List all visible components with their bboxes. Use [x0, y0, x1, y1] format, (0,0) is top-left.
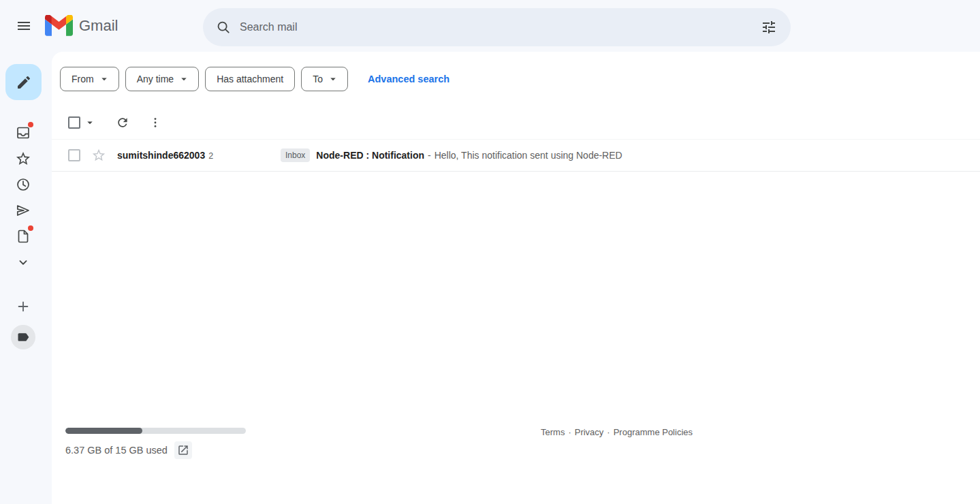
email-star-button[interactable]	[91, 148, 106, 163]
clock-icon	[15, 176, 31, 193]
storage-usage-text: 6.37 GB of 15 GB used	[65, 445, 168, 456]
hamburger-menu-button[interactable]	[7, 10, 40, 42]
search-options-button[interactable]	[754, 12, 784, 42]
search-input[interactable]	[238, 21, 754, 33]
email-checkbox[interactable]	[68, 149, 80, 161]
labels-button[interactable]	[11, 325, 35, 349]
storage-external-link-button[interactable]	[174, 441, 192, 459]
chevron-down-icon	[16, 255, 31, 270]
hamburger-icon	[16, 18, 32, 34]
create-label-button[interactable]	[10, 293, 37, 320]
refresh-icon	[116, 116, 129, 129]
gmail-m-icon	[45, 15, 73, 36]
main-panel: From Any time Has attachment To Advanced…	[52, 52, 980, 504]
sidebar-item-snoozed[interactable]	[10, 171, 37, 198]
drafts-unread-dot	[28, 225, 33, 231]
storage-progress-fill	[65, 428, 142, 434]
footer-separator: ·	[568, 427, 571, 437]
chevron-down-icon	[327, 73, 339, 85]
sidebar-item-starred[interactable]	[10, 145, 37, 172]
gmail-logo[interactable]: Gmail	[45, 15, 118, 36]
search-icon	[216, 20, 231, 35]
sidebar-item-more[interactable]	[10, 249, 37, 276]
chip-label: To	[313, 74, 323, 84]
storage-progress-bar	[65, 428, 246, 434]
search-button[interactable]	[208, 12, 238, 42]
search-filter-chips: From Any time Has attachment To Advanced…	[60, 67, 449, 91]
filter-chip-to[interactable]: To	[301, 67, 348, 91]
email-sender: sumitshinde662003	[117, 150, 205, 161]
arrow-drop-down-icon	[84, 116, 96, 129]
email-sender-block: sumitshinde662003 2	[117, 150, 281, 161]
inbox-unread-dot	[28, 122, 33, 127]
compose-button[interactable]	[5, 64, 42, 100]
email-thread-count: 2	[208, 151, 213, 161]
footer-links: Terms·Privacy·Programme Policies	[541, 427, 693, 437]
chevron-down-icon	[178, 73, 190, 85]
chip-label: Has attachment	[217, 74, 283, 84]
inbox-label-badge: Inbox	[281, 148, 310, 162]
email-row[interactable]: sumitshinde662003 2 Inbox Node-RED : Not…	[52, 139, 980, 172]
privacy-link[interactable]: Privacy	[575, 427, 604, 437]
search-bar	[203, 8, 791, 46]
label-icon	[16, 330, 30, 344]
terms-link[interactable]: Terms	[541, 427, 565, 437]
email-snippet: Hello, This notification sent using Node…	[434, 150, 622, 161]
star-icon	[15, 151, 31, 167]
policies-link[interactable]: Programme Policies	[614, 427, 693, 437]
footer-separator: ·	[607, 427, 610, 437]
advanced-search-link[interactable]: Advanced search	[368, 74, 449, 84]
select-dropdown-button[interactable]	[82, 114, 98, 131]
select-all-checkbox[interactable]	[68, 116, 80, 129]
chip-label: From	[72, 74, 94, 84]
sidebar-item-drafts[interactable]	[10, 223, 37, 250]
filter-chip-has-attachment[interactable]: Has attachment	[205, 67, 295, 91]
storage-line: 6.37 GB of 15 GB used	[65, 441, 246, 459]
chevron-down-icon	[98, 73, 110, 85]
chip-label: Any time	[137, 74, 174, 84]
header: Gmail	[0, 0, 980, 52]
sidebar-item-inbox[interactable]	[10, 119, 37, 146]
email-separator: -	[428, 150, 431, 161]
storage-widget: 6.37 GB of 15 GB used	[65, 428, 246, 459]
more-vert-icon	[148, 116, 162, 129]
email-subject: Node-RED : Notification	[316, 150, 424, 161]
star-icon	[91, 148, 106, 163]
pencil-icon	[16, 74, 32, 91]
gmail-logo-text: Gmail	[79, 17, 118, 35]
filter-chip-any-time[interactable]: Any time	[125, 67, 199, 91]
tune-icon	[761, 19, 777, 35]
plus-icon	[16, 299, 31, 314]
sidebar	[0, 52, 52, 504]
refresh-button[interactable]	[109, 109, 136, 136]
open-in-new-icon	[177, 444, 189, 456]
list-toolbar	[52, 108, 169, 138]
more-options-button[interactable]	[142, 109, 169, 136]
sidebar-item-sent[interactable]	[10, 197, 37, 224]
send-icon	[15, 202, 31, 219]
filter-chip-from[interactable]: From	[60, 67, 119, 91]
